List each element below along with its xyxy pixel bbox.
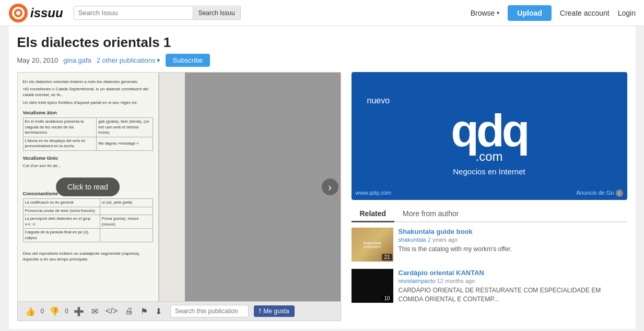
like-button[interactable]: 👍: [23, 305, 38, 317]
related-item-1-thumb: Shakuntalapublication 21: [352, 228, 393, 262]
related-item-2-badge: 10: [382, 295, 392, 302]
facebook-like-label: Me gusta: [263, 308, 289, 315]
search-input[interactable]: [74, 6, 193, 19]
print-icon: 🖨: [125, 306, 133, 316]
flag-icon: ⚑: [140, 306, 148, 316]
related-item-1-badge: 21: [382, 254, 392, 261]
login-link[interactable]: Login: [618, 9, 636, 17]
add-button[interactable]: ➕: [72, 305, 86, 317]
related-item-2: 10 Cardápio oriental KANTAN revistaimpac…: [352, 269, 627, 304]
related-item-1-author-link[interactable]: shakuntala: [399, 237, 426, 243]
search-publication-input[interactable]: [170, 305, 249, 317]
publication-date: May 20, 2010: [17, 56, 58, 64]
related-item-2-time: 12 months ago: [437, 278, 475, 284]
next-page-button[interactable]: ›: [322, 179, 338, 195]
like-count: 0: [41, 308, 44, 315]
content-area: En els dialectes orientals trobem a més …: [17, 72, 627, 321]
dislike-button[interactable]: 👎: [47, 305, 62, 317]
embed-button[interactable]: </>: [103, 305, 120, 317]
svg-point-2: [16, 11, 20, 15]
vocab-aton-table: En el molts andalusos presenta la caigud…: [23, 117, 153, 151]
flag-button[interactable]: ⚑: [138, 305, 150, 317]
ad-qdq-text: qdq: [451, 108, 527, 153]
document-viewer: En els dialectes orientals trobem a més …: [17, 72, 341, 321]
page-content: En els dialectes orientals trobem a més …: [18, 73, 158, 270]
tab-more-from-author[interactable]: More from author: [394, 206, 467, 222]
related-item-1-time: 2 years ago: [428, 237, 458, 243]
download-button[interactable]: ⬇: [153, 305, 164, 317]
related-item-1-info: Shakuntala guide book shakuntala 2 years…: [399, 228, 627, 254]
upload-button[interactable]: Upload: [508, 5, 551, 21]
ad-anuncio-text: Anuncis de Go i: [576, 190, 623, 197]
cons-row3-col2: Poma (poma), moure (moure): [100, 215, 153, 229]
other-pubs-label: 2 other publications: [97, 56, 156, 64]
table1-row2-col2: Me dagreu «mestage »: [97, 137, 153, 150]
search-box: Search Issuu: [74, 6, 241, 20]
page-right: [159, 73, 185, 301]
related-item-2-thumb: 10: [352, 269, 393, 303]
main-content: Els dialectes orientals 1 May 20, 2010 g…: [9, 26, 636, 329]
doc-line1: «El rossellonès o Català Septentrional, …: [23, 86, 153, 98]
cons-row4-col2: [100, 229, 153, 242]
tab-related[interactable]: Related: [352, 206, 395, 222]
related-tabs: Related More from author: [352, 206, 627, 222]
doc-footer-text: Dins del repositoris trobem un subadject…: [23, 251, 153, 262]
add-icon: ➕: [74, 306, 84, 316]
ad-website-link[interactable]: www.qdq.com: [356, 190, 391, 197]
related-item-1-desc: This is the catalog with my workm's offe…: [399, 245, 627, 254]
document-pages: En els dialectes orientals trobem a més …: [17, 72, 341, 302]
browse-button[interactable]: Browse ▾: [471, 9, 500, 17]
related-item-1-meta: shakuntala 2 years ago: [399, 237, 627, 243]
create-account-link[interactable]: Create account: [560, 9, 610, 17]
thumbs-down-icon: 👎: [49, 306, 60, 316]
search-button[interactable]: Search Issuu: [193, 7, 240, 19]
vocab-tonic-title: Vocalisme tònic: [23, 155, 153, 162]
logo-text: issuu: [30, 6, 63, 20]
doc-line2: Un dels trets típics fonètics d'aquest p…: [23, 100, 153, 105]
other-pubs-chevron-icon: ▾: [157, 56, 160, 64]
logo-area: issuu: [8, 3, 63, 23]
sidebar: nuevo qdq .com Negocios en Internet www.…: [352, 72, 627, 311]
click-to-read-overlay[interactable]: Click to read: [56, 178, 120, 196]
related-item-1: Shakuntalapublication 21 Shakuntala guid…: [352, 228, 627, 262]
related-item-2-author-link[interactable]: revistaimpacto: [399, 278, 436, 284]
related-item-2-desc: CARDÁPIO ORIENTAL DE RESTAURANTE COM ESP…: [399, 286, 627, 304]
browse-label: Browse: [471, 9, 495, 17]
consonant-table: La codificació no és general ul (ul), pe…: [23, 198, 153, 242]
facebook-like-button[interactable]: f Me gusta: [254, 305, 295, 317]
publication-meta: May 20, 2010 gina.gafa 2 other publicati…: [17, 54, 627, 67]
issuu-logo-icon: [8, 3, 28, 23]
publication-title-area: Els dialectes orientals 1 May 20, 2010 g…: [17, 34, 627, 67]
subscribe-button[interactable]: Subscribe: [166, 54, 210, 67]
doc-intro-text: En els dialectes orientals trobem a més …: [23, 79, 153, 85]
cons-row1-col1: La codificació no és general: [23, 199, 100, 207]
download-icon: ⬇: [155, 306, 162, 316]
cons-row1-col2: ul (ul), pela (pela): [100, 199, 153, 207]
tonic-intro: Cut d'un son fin de...: [23, 163, 153, 169]
related-item-1-title-link[interactable]: Shakuntala guide book: [399, 228, 473, 235]
page-left: En els dialectes orientals trobem a més …: [18, 73, 159, 301]
other-publications-link[interactable]: 2 other publications ▾: [97, 56, 160, 64]
table1-row1-col1: En el molts andalusos presenta la caigud…: [23, 118, 97, 137]
ad-dotcom-text: .com: [475, 149, 502, 164]
related-item-2-title-link[interactable]: Cardápio oriental KANTAN: [399, 269, 484, 277]
header: issuu Search Issuu Browse ▾ Upload Creat…: [0, 0, 644, 26]
table1-row1-col2: gab (graba), bein (benia), (un tret cam …: [97, 118, 153, 137]
email-button[interactable]: ✉: [89, 305, 100, 317]
related-item-2-info: Cardápio oriental KANTAN revistaimpacto …: [399, 269, 627, 304]
nav-area: Browse ▾ Upload Create account Login: [471, 5, 636, 21]
email-icon: ✉: [91, 306, 98, 316]
print-button[interactable]: 🖨: [123, 305, 135, 317]
ad-footer: www.qdq.com Anuncis de Go i: [352, 190, 627, 197]
cons-row2-col2: [100, 207, 153, 215]
publication-author-link[interactable]: gina.gafa: [63, 56, 91, 64]
cons-row3-col1: La percepció dels dialectes en el grup n…: [23, 215, 100, 229]
thumbs-up-icon: 👍: [25, 306, 36, 316]
vocab-aton-title: Vocalisme àton: [23, 110, 153, 116]
ad-info-icon: i: [616, 190, 623, 197]
cons-row2-col1: Pronuncia uvular de tenir (rema francés): [23, 207, 100, 215]
ad-subtitle-text: Negocios en Internet: [453, 167, 525, 176]
related-item-2-meta: revistaimpacto 12 months ago: [399, 278, 627, 284]
ad-banner[interactable]: nuevo qdq .com Negocios en Internet www.…: [352, 72, 627, 200]
dislike-count: 0: [65, 308, 68, 315]
